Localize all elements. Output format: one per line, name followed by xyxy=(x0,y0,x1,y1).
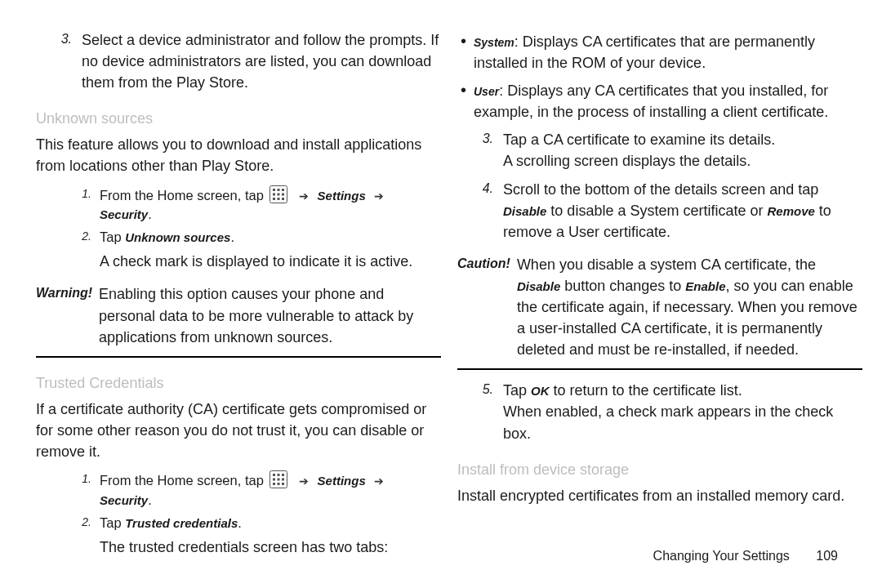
list-item: 1. From the Home screen, tap xyxy=(69,470,441,510)
divider xyxy=(36,356,441,358)
section-heading-install-from-storage: Install from device storage xyxy=(457,459,862,480)
bullet-icon: • xyxy=(461,31,474,51)
svg-rect-2 xyxy=(278,189,280,191)
ui-label-disable: Disable xyxy=(517,279,560,293)
left-column: 3. Select a device administrator and fol… xyxy=(36,29,441,566)
step-text: Tap a CA certificate to examine its deta… xyxy=(503,129,862,172)
text-fragment: . xyxy=(148,207,152,221)
bullet-text: System: Displays CA certificates that ar… xyxy=(474,31,862,74)
divider xyxy=(457,368,862,370)
bullet-item-system: • System: Displays CA certificates that … xyxy=(461,31,862,74)
step-result: A check mark is displayed to indicate it… xyxy=(100,251,441,272)
tab-label-system: System xyxy=(474,36,514,49)
bullet-item-user: • User: Displays any CA certificates tha… xyxy=(461,80,862,122)
text-fragment: Tap xyxy=(100,229,125,244)
list-item: 1. From the Home screen, tap xyxy=(69,185,441,225)
step-text: Select a device administrator and follow… xyxy=(82,29,441,93)
text-fragment: From the Home screen, tap xyxy=(100,188,267,203)
step-number: 2. xyxy=(69,228,100,244)
text-fragment: : Displays CA certificates that are perm… xyxy=(474,33,815,71)
text-line: When enabled, a check mark appears in th… xyxy=(503,401,862,443)
ui-label-settings: Settings xyxy=(318,189,366,203)
paragraph: Install encrypted certificates from an i… xyxy=(457,485,862,506)
page-number: 109 xyxy=(816,549,838,564)
text-line: A scrolling screen displays the details. xyxy=(503,150,862,172)
manual-page: 3. Select a device administrator and fol… xyxy=(0,0,882,588)
text-fragment: Tap xyxy=(100,515,125,530)
svg-rect-13 xyxy=(282,474,284,476)
svg-rect-1 xyxy=(273,189,275,191)
step-number: 2. xyxy=(69,514,100,530)
text-fragment: : Displays any CA certificates that you … xyxy=(474,82,828,120)
arrow-icon: ➔ xyxy=(369,189,389,203)
caution-block: Caution! When you disable a system CA ce… xyxy=(457,254,862,360)
footer-section-title: Changing Your Settings xyxy=(653,549,790,563)
svg-rect-17 xyxy=(273,483,275,485)
right-column: • System: Displays CA certificates that … xyxy=(457,29,862,566)
ui-label-remove: Remove xyxy=(767,204,814,218)
svg-rect-19 xyxy=(282,483,284,485)
svg-rect-18 xyxy=(278,483,280,485)
two-column-layout: 3. Select a device administrator and fol… xyxy=(0,0,882,566)
step-text: Tap OK to return to the certificate list… xyxy=(503,380,862,443)
caution-text: When you disable a system CA certificate… xyxy=(517,254,862,360)
warning-block: Warning! Enabling this option causes you… xyxy=(36,283,441,347)
text-line: Tap a CA certificate to examine its deta… xyxy=(503,129,862,150)
svg-rect-15 xyxy=(278,479,280,481)
arrow-icon: ➔ xyxy=(294,474,314,488)
svg-rect-5 xyxy=(278,193,280,195)
svg-rect-14 xyxy=(273,479,275,481)
list-item: 3. Tap a CA certificate to examine its d… xyxy=(457,129,862,172)
text-fragment: to return to the certificate list. xyxy=(550,382,742,399)
svg-rect-4 xyxy=(273,193,275,195)
paragraph: If a certificate authority (CA) certific… xyxy=(36,399,441,462)
arrow-icon: ➔ xyxy=(369,474,389,488)
caution-label: Caution! xyxy=(457,254,517,273)
list-item: 2. Tap Trusted credentials. xyxy=(69,514,441,533)
step-number: 3. xyxy=(36,29,82,48)
ui-label-enable: Enable xyxy=(685,279,725,293)
text-fragment: Tap xyxy=(503,382,531,399)
warning-label: Warning! xyxy=(36,283,99,302)
ui-label-trusted-credentials: Trusted credentials xyxy=(125,516,238,530)
step-number: 1. xyxy=(69,185,100,202)
paragraph: This feature allows you to download and … xyxy=(36,134,441,176)
text-fragment: From the Home screen, tap xyxy=(100,473,267,488)
step-text: Tap Unknown sources. xyxy=(100,228,441,247)
step-number: 5. xyxy=(457,380,503,399)
text-fragment: button changes to xyxy=(560,278,685,294)
svg-rect-6 xyxy=(282,193,284,195)
bullet-icon: • xyxy=(461,80,474,100)
ui-label-security: Security xyxy=(100,207,148,221)
step-text: From the Home screen, tap ➔ Setting xyxy=(100,470,441,510)
svg-rect-9 xyxy=(282,198,284,200)
svg-rect-3 xyxy=(282,189,284,191)
ui-label-ok: OK xyxy=(531,384,550,398)
list-item: 2. Tap Unknown sources. xyxy=(69,228,441,247)
svg-rect-16 xyxy=(282,479,284,481)
list-item: 4. Scroll to the bottom of the details s… xyxy=(457,179,862,243)
svg-rect-8 xyxy=(278,198,280,200)
text-fragment: . xyxy=(148,492,152,507)
ui-label-security: Security xyxy=(100,493,148,507)
step-number: 3. xyxy=(457,129,503,148)
text-fragment: to disable a System certificate or xyxy=(546,203,767,219)
step-text: Scroll to the bottom of the details scre… xyxy=(503,179,862,243)
text-fragment: . xyxy=(230,229,234,244)
ui-label-settings: Settings xyxy=(318,474,366,488)
svg-rect-11 xyxy=(273,474,275,476)
apps-grid-icon xyxy=(270,185,287,203)
step-result: The trusted credentials screen has two t… xyxy=(100,537,441,558)
page-footer: Changing Your Settings 109 xyxy=(653,549,838,564)
text-fragment: . xyxy=(238,515,242,530)
list-item: 5. Tap OK to return to the certificate l… xyxy=(457,380,862,443)
ui-label-unknown-sources: Unknown sources xyxy=(125,230,230,244)
step-number: 4. xyxy=(457,179,503,198)
bullet-text: User: Displays any CA certificates that … xyxy=(474,80,862,122)
text-fragment: When you disable a system CA certificate… xyxy=(517,256,816,273)
arrow-icon: ➔ xyxy=(294,189,314,203)
list-item: 3. Select a device administrator and fol… xyxy=(36,29,441,93)
section-heading-unknown-sources: Unknown sources xyxy=(36,108,441,129)
warning-text: Enabling this option causes your phone a… xyxy=(99,283,441,347)
tab-label-user: User xyxy=(474,85,499,98)
